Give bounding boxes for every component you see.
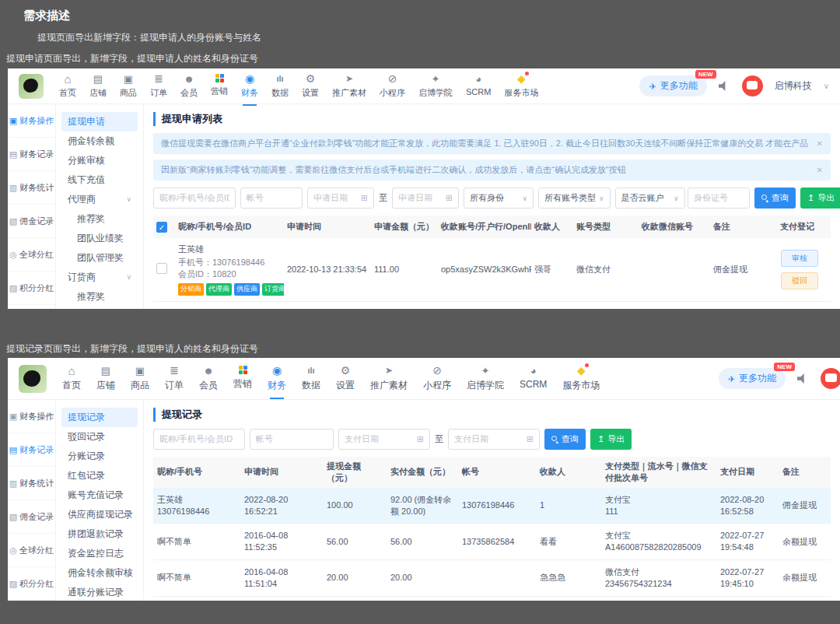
more-features-button[interactable]: 更多功能 NEW [719, 368, 786, 389]
sidebar-item[interactable]: 财务操作 [8, 104, 55, 138]
submenu-item[interactable]: 佣金转余额 [61, 131, 138, 151]
nav-item[interactable]: SCRM [466, 73, 491, 99]
submenu-item-label: 资金监控日志 [68, 544, 124, 563]
nav-item[interactable]: 财务 [241, 73, 258, 99]
nav-item[interactable]: 财务 [268, 365, 286, 392]
submenu-item[interactable]: 红包记录 [61, 466, 138, 486]
submenu-item[interactable]: 提现申请 [61, 112, 138, 131]
nav-item[interactable]: 订单 [165, 365, 184, 392]
date-range-to-label: 至 [379, 192, 387, 204]
submenu-item[interactable]: 推荐奖 [61, 209, 138, 229]
submenu-item[interactable]: 线下充值 [61, 170, 138, 190]
chevron-down-icon[interactable] [824, 82, 829, 90]
nav-item[interactable]: 会员 [199, 365, 218, 392]
paid-amount: 92.00 (佣金转余额 20.00) [387, 494, 458, 517]
filter-bar: 昵称/手机号/会员ID 帐号 申请日期 至 申请日期 所有身份 所有账号类型 是… [153, 188, 831, 209]
nav-item[interactable]: 数据 [302, 365, 320, 392]
keyword-input[interactable]: 昵称/手机号/会员ID [153, 429, 245, 450]
submenu-item[interactable]: 团队业绩奖 [61, 307, 138, 309]
nav-item[interactable]: 设置 [336, 365, 355, 392]
date-range-to-label: 至 [435, 433, 443, 445]
submenu-item[interactable]: 提现记录 [61, 408, 138, 427]
sidebar-item[interactable]: 积分分红 [8, 272, 55, 305]
pay-type: 微信支付 [605, 566, 712, 578]
sidebar-item[interactable]: 全球分红 [8, 534, 55, 567]
nav-item[interactable]: 服务市场 [504, 73, 538, 99]
nav-item[interactable]: 小程序 [423, 365, 451, 392]
submenu-item[interactable]: 分账记录 [61, 447, 138, 466]
submenu-item[interactable]: 驳回记录 [61, 427, 138, 447]
nav-item[interactable]: 启博学院 [467, 365, 504, 392]
submenu-item[interactable]: 代理商 [61, 190, 138, 209]
avatar[interactable] [821, 368, 840, 389]
sidebar-item[interactable]: 财务统计 [8, 171, 55, 205]
account-input[interactable]: 帐号 [240, 188, 303, 209]
search-button[interactable]: 查询 [754, 188, 796, 209]
date-end-input[interactable]: 支付日期 [448, 429, 540, 450]
close-icon[interactable] [817, 166, 823, 174]
reject-button[interactable]: 驳回 [781, 272, 818, 289]
more-features-button[interactable]: 更多功能 NEW [639, 75, 706, 96]
submenu-item[interactable]: 资金监控日志 [61, 544, 138, 563]
nav-item[interactable]: 小程序 [380, 73, 405, 99]
submenu-item[interactable]: 团队业绩奖 [61, 229, 138, 248]
filter-select[interactable]: 所有账号类型 [538, 188, 611, 209]
app-logo[interactable] [19, 74, 44, 99]
nav-item[interactable]: 商品 [131, 365, 149, 392]
sidebar-item[interactable]: 积分分红 [8, 567, 55, 601]
nav-item[interactable]: SCRM [520, 365, 547, 392]
submenu-item[interactable]: 通联分账记录 [61, 583, 138, 601]
nav-item[interactable]: 启博学院 [418, 73, 453, 99]
nav-item[interactable]: 推广素材 [370, 365, 408, 392]
date-start-input[interactable]: 支付日期 [338, 429, 430, 450]
account-input[interactable]: 帐号 [250, 429, 334, 450]
submenu-item[interactable]: 分账审核 [61, 151, 138, 170]
app-logo[interactable] [19, 365, 47, 393]
speaker-icon[interactable] [797, 373, 809, 384]
nav-item[interactable]: 数据 [271, 73, 289, 99]
submenu-item[interactable]: 推荐奖 [61, 287, 138, 307]
nav-item[interactable]: 服务市场 [562, 365, 600, 392]
export-button[interactable]: 导出 [590, 429, 632, 450]
export-button[interactable]: 导出 [800, 188, 840, 209]
sidebar-item[interactable]: 财务统计 [8, 467, 55, 500]
filter-select[interactable]: 所有身份 [464, 188, 534, 209]
sidebar-item[interactable]: 全球分红 [8, 238, 55, 272]
avatar[interactable] [742, 75, 763, 96]
submenu-item[interactable]: 团队管理奖 [61, 248, 138, 268]
submenu-item[interactable]: 拼团退款记录 [61, 524, 138, 544]
close-icon[interactable] [817, 139, 823, 148]
nav-item[interactable]: 店铺 [96, 365, 115, 392]
filter-select[interactable]: 是否云账户 [615, 188, 685, 209]
nav-item-label: 启博学院 [467, 379, 504, 392]
keyword-input[interactable]: 昵称/手机号/会员ID [153, 188, 236, 209]
search-button[interactable]: 查询 [544, 429, 586, 450]
nav-item[interactable]: 商品 [120, 73, 137, 99]
submenu-item[interactable]: 订货商 [61, 268, 138, 287]
nav-item[interactable]: 首页 [62, 365, 81, 392]
date-end-input[interactable]: 申请日期 [392, 188, 459, 209]
nav-item[interactable]: 营销 [233, 365, 252, 392]
sidebar-item[interactable]: 佣金记录 [8, 205, 55, 238]
sidebar-item[interactable]: 财务操作 [8, 400, 55, 433]
nav-item[interactable]: 首页 [59, 73, 76, 99]
row-checkbox[interactable] [156, 263, 167, 274]
speaker-icon[interactable] [719, 81, 730, 91]
submenu-item[interactable]: 佣金转余额审核 [61, 563, 138, 583]
audit-button[interactable]: 审核 [781, 250, 818, 267]
apply-time: 2022-08-20 16:52:21 [240, 494, 323, 517]
select-all-checkbox[interactable] [156, 222, 167, 233]
nav-item[interactable]: 营销 [211, 73, 228, 99]
nav-item[interactable]: 设置 [302, 73, 319, 99]
nav-item[interactable]: 推广素材 [332, 73, 366, 99]
sidebar-item[interactable]: 佣金记录 [8, 500, 55, 534]
sidebar-item[interactable]: 财务记录 [8, 138, 55, 171]
sidebar-item[interactable]: 财务记录 [8, 433, 55, 467]
submenu-item[interactable]: 供应商提现记录 [61, 505, 138, 524]
submenu-item[interactable]: 账号充值记录 [61, 486, 138, 505]
nav-item[interactable]: 订单 [150, 73, 167, 99]
date-start-input[interactable]: 申请日期 [307, 188, 374, 209]
nav-item[interactable]: 店铺 [89, 73, 107, 99]
idcard-input[interactable]: 身份证号 [688, 188, 750, 209]
nav-item[interactable]: 会员 [180, 73, 198, 99]
